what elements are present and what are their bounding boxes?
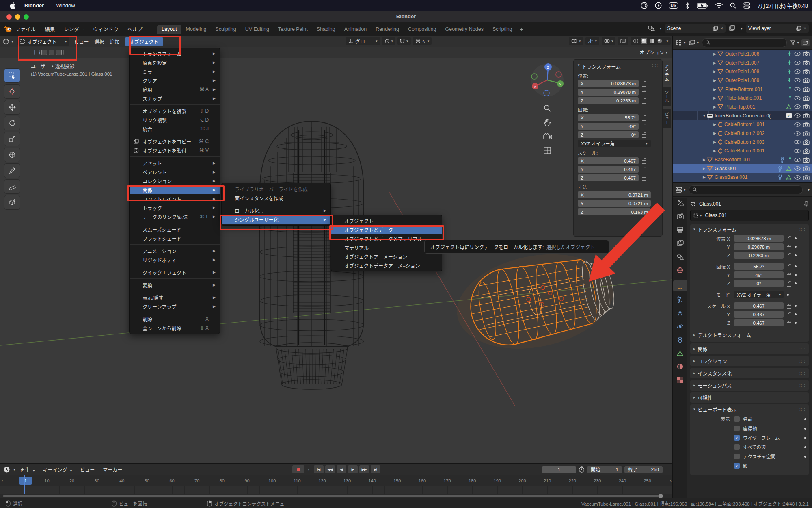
object-name-field[interactable]: ▾ Glass.001 bbox=[690, 210, 809, 221]
scale-tool[interactable] bbox=[4, 132, 20, 146]
hide-viewport-eye-icon[interactable] bbox=[794, 87, 801, 91]
object-menu-item[interactable]: 関係▶ bbox=[130, 185, 220, 194]
tool-options-chevron[interactable]: ▾ bbox=[665, 50, 667, 54]
sidebar-tab-アイテム[interactable]: アイテム bbox=[663, 61, 671, 85]
tab-compositing[interactable]: Compositing bbox=[404, 25, 441, 34]
object-menu-item[interactable]: 適用⌘ A▶ bbox=[130, 85, 220, 94]
properties-filter-chevron[interactable]: ▾ bbox=[808, 188, 810, 192]
collapse-chevron[interactable]: ▾ bbox=[693, 407, 695, 411]
timeline-menu-再生[interactable]: 再生 ▾ bbox=[20, 466, 35, 473]
prev-keyframe-button[interactable]: ◀◀ bbox=[325, 465, 335, 473]
outliner-row[interactable]: ▶Glass.001 bbox=[673, 164, 812, 173]
add-cube-tool[interactable] bbox=[4, 195, 20, 210]
hide-viewport-eye-icon[interactable] bbox=[794, 61, 801, 65]
sidebar-tab-ビュー[interactable]: ビュー bbox=[663, 109, 671, 128]
select-mode-icon[interactable] bbox=[49, 50, 54, 55]
animate-dot[interactable] bbox=[795, 282, 797, 284]
object-menu-item[interactable]: 統合⌘ J▶ bbox=[130, 124, 220, 133]
scene-browse-chevron[interactable]: ▾ bbox=[660, 26, 662, 30]
topbar-menu-window[interactable]: ウィンドウ bbox=[93, 25, 119, 33]
value-slider[interactable]: 0° bbox=[734, 280, 784, 287]
outliner-row[interactable]: ▶OuterPole1.009 bbox=[673, 76, 812, 85]
macos-app-menu[interactable]: Blender bbox=[24, 2, 44, 9]
disable-render-camera-icon[interactable] bbox=[803, 131, 810, 136]
expand-arrow-icon[interactable]: ▶ bbox=[702, 167, 707, 171]
disable-render-camera-icon[interactable] bbox=[803, 157, 810, 163]
value-slider[interactable]: X55.7° bbox=[578, 114, 639, 121]
zoom-icon[interactable] bbox=[543, 104, 552, 112]
measure-tool[interactable] bbox=[4, 179, 20, 194]
properties-tab-tool[interactable] bbox=[673, 198, 687, 208]
disable-render-camera-icon[interactable] bbox=[803, 78, 810, 83]
maximize-window-button[interactable] bbox=[24, 14, 29, 20]
menubar-clock[interactable]: 7月27日(水) 午後0:48 bbox=[758, 2, 808, 9]
jump-end-button[interactable]: ▶| bbox=[371, 465, 380, 473]
pin-icon[interactable] bbox=[804, 201, 809, 207]
animate-dot[interactable] bbox=[795, 237, 797, 239]
hide-viewport-eye-icon[interactable] bbox=[794, 69, 801, 74]
jump-start-button[interactable]: |◀ bbox=[314, 465, 324, 473]
properties-editor-chevron[interactable]: ▾ bbox=[684, 188, 686, 192]
animate-dot[interactable] bbox=[804, 428, 806, 430]
animate-dot[interactable] bbox=[795, 322, 797, 324]
expand-arrow-icon[interactable]: ▶ bbox=[712, 52, 717, 56]
disable-render-camera-icon[interactable] bbox=[803, 51, 810, 56]
hide-viewport-eye-icon[interactable] bbox=[794, 104, 801, 109]
object-menu-item[interactable]: 原点を設定▶ bbox=[130, 58, 220, 67]
tab-shading[interactable]: Shading bbox=[312, 25, 340, 34]
lock-icon[interactable] bbox=[642, 98, 646, 104]
value-slider[interactable]: X0.028673 m bbox=[578, 80, 639, 87]
hide-viewport-eye-icon[interactable] bbox=[794, 158, 801, 162]
scene-icon[interactable] bbox=[648, 25, 655, 32]
object-menu-item[interactable]: コンストレイント▶ bbox=[130, 194, 220, 203]
lock-icon[interactable] bbox=[642, 81, 646, 87]
properties-tab-viewlayer[interactable] bbox=[673, 238, 687, 249]
hand-icon[interactable] bbox=[543, 119, 552, 127]
tab-texture-paint[interactable]: Texture Paint bbox=[274, 25, 312, 34]
disable-render-camera-icon[interactable] bbox=[803, 122, 810, 127]
hide-viewport-eye-icon[interactable] bbox=[794, 131, 801, 136]
properties-tab-output[interactable] bbox=[673, 224, 687, 235]
expand-arrow-icon[interactable]: ▶ bbox=[712, 69, 717, 74]
outliner-row[interactable]: ▶GlassBase.001 bbox=[673, 173, 812, 182]
record-button[interactable] bbox=[292, 465, 304, 473]
collapsed-chevron[interactable]: ▸ bbox=[693, 333, 695, 337]
object-menu-item[interactable]: スムーズシェード▶ bbox=[130, 225, 220, 234]
lock-icon[interactable] bbox=[787, 236, 791, 241]
search-icon[interactable] bbox=[730, 2, 736, 9]
collapsed-panel[interactable]: ▸可視性:::: bbox=[690, 392, 809, 403]
close-window-button[interactable] bbox=[6, 14, 12, 20]
snap-chevron[interactable]: ▾ bbox=[406, 39, 408, 43]
next-keyframe-button[interactable]: ▶▶ bbox=[359, 465, 369, 473]
playhead[interactable] bbox=[24, 475, 25, 494]
object-menu-item[interactable]: オブジェクトを複製⇧ D▶ bbox=[130, 106, 220, 115]
animate-dot[interactable] bbox=[795, 265, 797, 267]
properties-tab-world[interactable] bbox=[673, 265, 687, 276]
collapse-region-chevron[interactable]: ‹ bbox=[670, 478, 672, 483]
sidebar-tab-ツール[interactable]: ツール bbox=[663, 87, 671, 106]
game-center-icon[interactable] bbox=[641, 2, 648, 9]
properties-tab-physics[interactable] bbox=[673, 321, 687, 332]
properties-tab-texture[interactable] bbox=[673, 374, 687, 385]
properties-tab-modifiers[interactable] bbox=[673, 294, 687, 305]
timeline-menu-キーイング[interactable]: キーイング ▾ bbox=[43, 466, 72, 473]
shading-chevron[interactable]: ▾ bbox=[666, 39, 668, 43]
current-frame-badge[interactable]: 1 bbox=[19, 477, 32, 485]
panel-grip[interactable]: :::: bbox=[799, 227, 806, 232]
filter-icon[interactable] bbox=[790, 40, 795, 45]
new-viewlayer-icon[interactable] bbox=[796, 26, 801, 31]
properties-tab-render[interactable] bbox=[673, 211, 687, 222]
value-slider[interactable]: Z0.2263 m bbox=[578, 97, 639, 104]
region-corner-arrow[interactable]: › bbox=[2, 478, 3, 483]
outliner-editor-icon[interactable] bbox=[676, 40, 682, 46]
pivot-dropdown[interactable]: ▾ bbox=[382, 37, 396, 45]
value-slider[interactable]: 0.29078 m bbox=[734, 243, 784, 250]
visibility-dropdown[interactable]: ▾ bbox=[569, 37, 583, 45]
object-menu-item[interactable]: トランスフォーム▶ bbox=[130, 49, 220, 58]
move-tool[interactable] bbox=[4, 100, 20, 115]
shading-material-icon[interactable] bbox=[649, 38, 655, 44]
current-frame-field[interactable]: 1 bbox=[542, 466, 576, 473]
panel-grip[interactable]: :::: bbox=[799, 407, 806, 412]
collapsed-panel[interactable]: ▸関係:::: bbox=[690, 343, 809, 354]
expand-arrow-icon[interactable]: ▶ bbox=[712, 149, 717, 153]
